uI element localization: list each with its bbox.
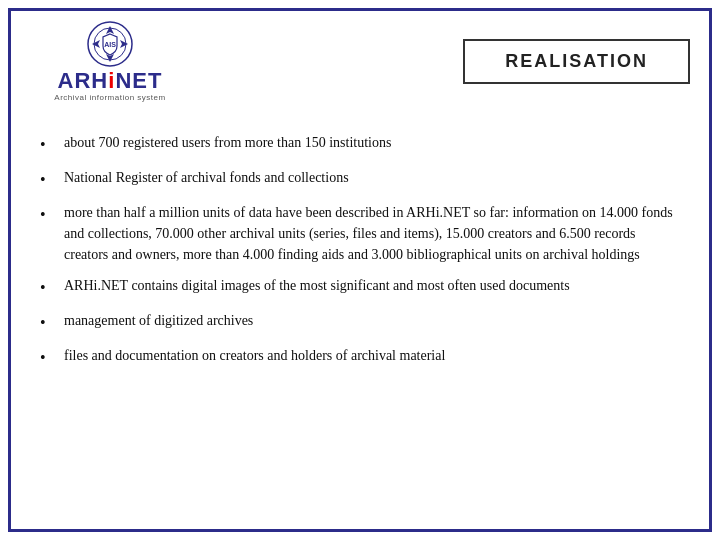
logo-area: AIS ARHiNET Archival information system (30, 20, 190, 102)
slide: AIS ARHiNET Archival information system … (0, 0, 720, 540)
bullet-icon: • (40, 133, 58, 157)
slide-title: REALISATION (463, 39, 690, 84)
border-top (8, 8, 712, 11)
border-right (709, 8, 712, 532)
list-item: •files and documentation on creators and… (40, 345, 680, 370)
bullet-list: •about 700 registered users from more th… (40, 132, 680, 370)
logo-text: ARHiNET Archival information system (54, 70, 165, 102)
logo-emblem-icon: AIS (86, 20, 134, 68)
bullet-icon: • (40, 276, 58, 300)
bullet-icon: • (40, 346, 58, 370)
border-left (8, 8, 11, 532)
list-item-text: management of digitized archives (64, 310, 680, 331)
svg-text:AIS: AIS (104, 41, 116, 48)
bullet-icon: • (40, 203, 58, 227)
list-item-text: files and documentation on creators and … (64, 345, 680, 366)
bullet-icon: • (40, 168, 58, 192)
logo-subtitle: Archival information system (54, 93, 165, 102)
list-item-text: more than half a million units of data h… (64, 202, 680, 265)
content-area: •about 700 registered users from more th… (30, 132, 690, 370)
list-item: •more than half a million units of data … (40, 202, 680, 265)
list-item-text: ARHi.NET contains digital images of the … (64, 275, 680, 296)
bullet-icon: • (40, 311, 58, 335)
list-item: •management of digitized archives (40, 310, 680, 335)
list-item: •ARHi.NET contains digital images of the… (40, 275, 680, 300)
border-bottom (8, 529, 712, 532)
logo-brand: ARHiNET (58, 70, 163, 92)
list-item: •about 700 registered users from more th… (40, 132, 680, 157)
list-item: •National Register of archival fonds and… (40, 167, 680, 192)
list-item-text: about 700 registered users from more tha… (64, 132, 680, 153)
header: AIS ARHiNET Archival information system … (30, 20, 690, 102)
list-item-text: National Register of archival fonds and … (64, 167, 680, 188)
